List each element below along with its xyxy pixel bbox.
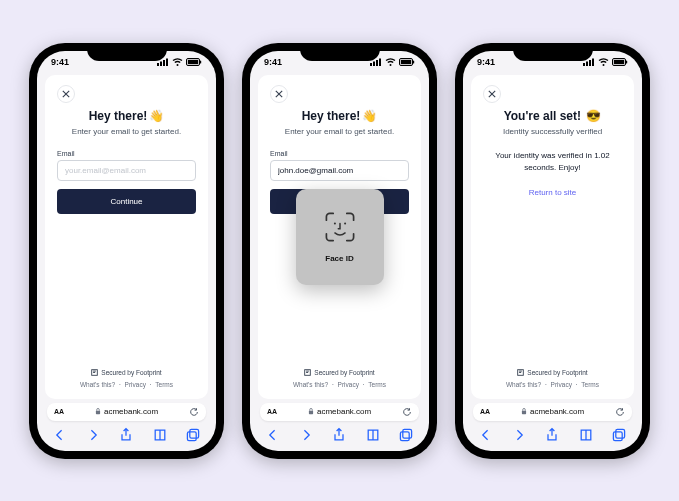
- address-bar[interactable]: AA acmebank.com: [47, 403, 206, 421]
- page-subtitle: Enter your email to get started.: [57, 127, 196, 136]
- svg-rect-29: [614, 59, 624, 63]
- lock-icon: [95, 408, 101, 415]
- svg-rect-24: [583, 63, 585, 66]
- close-button[interactable]: [270, 85, 288, 103]
- bookmarks-icon[interactable]: [365, 427, 381, 443]
- address-bar[interactable]: AA acmebank.com: [473, 403, 632, 421]
- svg-point-20: [344, 223, 346, 225]
- whats-this-link[interactable]: What's this?: [293, 381, 328, 388]
- browser-toolbar: [250, 425, 429, 451]
- back-icon[interactable]: [478, 427, 494, 443]
- email-input[interactable]: [270, 160, 409, 181]
- back-icon[interactable]: [265, 427, 281, 443]
- share-icon[interactable]: [331, 427, 347, 443]
- svg-rect-5: [188, 59, 198, 63]
- secured-by: Secured by Footprint: [304, 367, 374, 378]
- face-id-icon: [323, 210, 357, 244]
- forward-icon[interactable]: [511, 427, 527, 443]
- secured-by: Secured by Footprint: [517, 367, 587, 378]
- svg-rect-11: [370, 63, 372, 66]
- tabs-icon[interactable]: [398, 427, 414, 443]
- terms-link[interactable]: Terms: [368, 381, 386, 388]
- face-id-label: Face ID: [325, 254, 353, 263]
- content-card: You're all set! 😎 Identity successfully …: [471, 75, 634, 399]
- address-bar[interactable]: AA acmebank.com: [260, 403, 419, 421]
- svg-rect-6: [200, 60, 201, 63]
- wifi-icon: [385, 58, 396, 66]
- svg-rect-26: [589, 60, 591, 66]
- svg-rect-16: [401, 59, 411, 63]
- face-id-prompt: Face ID: [296, 189, 384, 285]
- phone-screen: 9:41 You're all set! 😎 Identity successf…: [463, 51, 642, 451]
- email-input[interactable]: [57, 160, 196, 181]
- svg-rect-9: [190, 429, 199, 438]
- wifi-icon: [172, 58, 183, 66]
- privacy-link[interactable]: Privacy: [338, 381, 359, 388]
- site-url: acmebank.com: [521, 407, 584, 416]
- bookmarks-icon[interactable]: [578, 427, 594, 443]
- return-link[interactable]: Return to site: [483, 188, 622, 197]
- bookmarks-icon[interactable]: [152, 427, 168, 443]
- terms-link[interactable]: Terms: [581, 381, 599, 388]
- close-icon: [62, 90, 70, 98]
- share-icon[interactable]: [118, 427, 134, 443]
- reload-icon[interactable]: [615, 407, 625, 417]
- page-subtitle: Identity successfully verified: [483, 127, 622, 136]
- status-time: 9:41: [477, 57, 495, 67]
- close-button[interactable]: [483, 85, 501, 103]
- tabs-icon[interactable]: [611, 427, 627, 443]
- close-button[interactable]: [57, 85, 75, 103]
- footer-links: What's this? · Privacy · Terms: [270, 379, 409, 390]
- whats-this-link[interactable]: What's this?: [80, 381, 115, 388]
- svg-rect-1: [160, 61, 162, 66]
- close-icon: [275, 90, 283, 98]
- tabs-icon[interactable]: [185, 427, 201, 443]
- svg-rect-30: [626, 60, 627, 63]
- whats-this-link[interactable]: What's this?: [506, 381, 541, 388]
- svg-rect-17: [413, 60, 414, 63]
- sunglasses-emoji: 😎: [586, 109, 601, 123]
- wave-emoji: 👋: [149, 109, 164, 123]
- reload-icon[interactable]: [402, 407, 412, 417]
- card-footer: Secured by Footprint What's this? · Priv…: [270, 367, 409, 390]
- phone-screen: 9:41 Hey there!👋 Enter your email to get…: [37, 51, 216, 451]
- battery-icon: [612, 58, 628, 66]
- svg-rect-34: [614, 431, 623, 440]
- browser-toolbar: [463, 425, 642, 451]
- svg-rect-25: [586, 61, 588, 66]
- phone-mockup-3: 9:41 You're all set! 😎 Identity successf…: [455, 43, 650, 459]
- forward-icon[interactable]: [85, 427, 101, 443]
- status-time: 9:41: [264, 57, 282, 67]
- page-title: Hey there!👋: [57, 109, 196, 123]
- forward-icon[interactable]: [298, 427, 314, 443]
- reader-button[interactable]: AA: [54, 408, 64, 415]
- content-card: Hey there!👋 Enter your email to get star…: [258, 75, 421, 399]
- reader-button[interactable]: AA: [480, 408, 490, 415]
- terms-link[interactable]: Terms: [155, 381, 173, 388]
- home-indicator[interactable]: [305, 452, 375, 455]
- privacy-link[interactable]: Privacy: [551, 381, 572, 388]
- footer-links: What's this? · Privacy · Terms: [57, 379, 196, 390]
- phone-notch: [513, 43, 593, 61]
- card-footer: Secured by Footprint What's this? · Priv…: [57, 367, 196, 390]
- home-indicator[interactable]: [518, 452, 588, 455]
- svg-rect-12: [373, 61, 375, 66]
- wifi-icon: [598, 58, 609, 66]
- browser-toolbar: [37, 425, 216, 451]
- svg-rect-8: [96, 411, 100, 415]
- back-icon[interactable]: [52, 427, 68, 443]
- privacy-link[interactable]: Privacy: [125, 381, 146, 388]
- card-footer: Secured by Footprint What's this? · Priv…: [483, 367, 622, 390]
- continue-button[interactable]: Continue: [57, 189, 196, 214]
- success-message: Your identity was verified in 1.02 secon…: [483, 150, 622, 174]
- reader-button[interactable]: AA: [267, 408, 277, 415]
- reload-icon[interactable]: [189, 407, 199, 417]
- page-subtitle: Enter your email to get started.: [270, 127, 409, 136]
- share-icon[interactable]: [544, 427, 560, 443]
- svg-rect-10: [188, 431, 197, 440]
- home-indicator[interactable]: [92, 452, 162, 455]
- svg-rect-21: [309, 411, 313, 415]
- email-label: Email: [270, 150, 409, 157]
- svg-rect-3: [166, 58, 168, 66]
- wave-emoji: 👋: [362, 109, 377, 123]
